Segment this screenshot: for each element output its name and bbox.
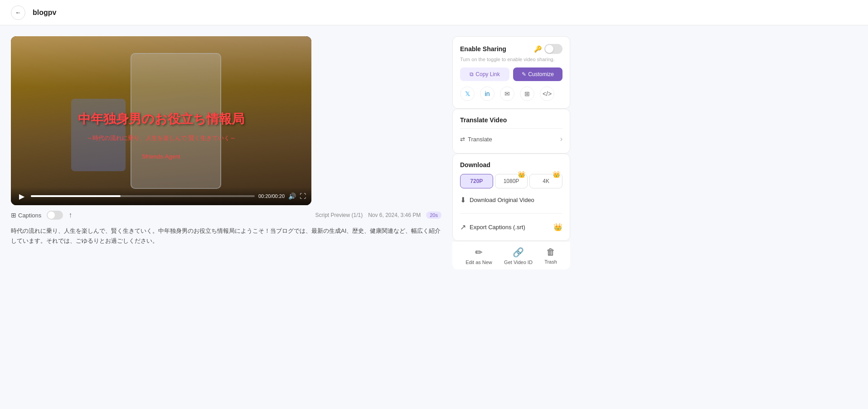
key-icon: 🔑 [534, 45, 542, 53]
right-side: Enable Sharing 🔑 Turn on the toggle to e… [452, 36, 570, 269]
captions-icon: ⊞ [11, 212, 16, 219]
timestamp-label: Nov 6, 2024, 3:46 PM [368, 212, 421, 218]
quality-4k-button[interactable]: 👑 4K [529, 174, 563, 188]
export-crown-icon: 👑 [553, 223, 563, 231]
sharing-title: Enable Sharing [460, 45, 506, 53]
progress-bar[interactable] [31, 195, 255, 197]
time-current: 00:20 [258, 193, 271, 199]
back-icon: ← [15, 9, 21, 16]
fullscreen-button[interactable]: ⛶ [300, 192, 306, 200]
progress-fill [31, 195, 121, 197]
header: ← blogpv [0, 0, 868, 25]
customize-button[interactable]: ✎ Customize [513, 67, 563, 81]
trash-icon: 🗑 [546, 247, 555, 257]
edit-as-new-button[interactable]: ✏ Edit as New [466, 247, 492, 265]
captions-toggle-thumb [48, 212, 55, 219]
customize-label: Customize [528, 71, 554, 77]
linkedin-icon[interactable]: in [480, 87, 495, 101]
download-divider [460, 213, 563, 214]
customize-icon: ✎ [522, 71, 526, 77]
export-icon: ↗ [460, 223, 466, 231]
chevron-right-icon: › [560, 135, 563, 143]
download-card: Download 720P 👑 1080P 👑 4K ⬇ Download Or… [452, 154, 570, 241]
sharing-toggle-group: 🔑 [534, 44, 563, 54]
time-display: 00:20/00:20 [258, 193, 285, 199]
translate-icon: ⇄ [460, 136, 465, 143]
quality-1080p-button[interactable]: 👑 1080P [495, 174, 528, 188]
back-button[interactable]: ← [11, 5, 25, 20]
play-button[interactable]: ▶ [16, 191, 27, 202]
export-captions-row: ↗ Export Captions (.srt) 👑 [460, 221, 563, 233]
translate-label: Translate [468, 136, 492, 143]
translate-row[interactable]: ⇄ Translate › [460, 132, 563, 146]
sharing-header: Enable Sharing 🔑 [460, 44, 563, 54]
sharing-toggle-thumb [545, 45, 553, 53]
get-video-id-label: Get Video ID [504, 260, 533, 265]
captions-toggle[interactable] [47, 211, 63, 220]
get-video-id-button[interactable]: 🔗 Get Video ID [504, 247, 533, 265]
copy-link-button[interactable]: ⧉ Copy Link [460, 67, 509, 81]
page-title: blogpv [33, 9, 56, 17]
captions-bar: ⊞ Captions ↑ Script Preview (1/1) Nov 6,… [11, 206, 441, 224]
quality-720p-button[interactable]: 720P [460, 174, 493, 188]
edit-as-new-label: Edit as New [466, 260, 492, 265]
sharing-subtitle: Turn on the toggle to enable video shari… [460, 57, 563, 62]
download-original-label: Download Original Video [470, 197, 534, 203]
upload-icon[interactable]: ↑ [68, 211, 72, 219]
translate-header: Translate Video [460, 116, 563, 124]
script-text: 時代の流れに乗り、人生を楽しんで、賢く生きていく。中年独身男のお役立ち情報局によ… [11, 226, 441, 246]
trash-label: Trash [544, 259, 557, 265]
download-original-button[interactable]: ⬇ Download Original Video [460, 194, 563, 206]
email-icon[interactable]: ✉ [500, 87, 514, 101]
video-thumbnail: 中年独身男のお役立ち情報局 ～時代の流れに乗り、人生を楽しんで 賢く生きていく～… [11, 36, 311, 205]
captions-label-group: ⊞ Captions [11, 212, 41, 219]
video-id-icon: 🔗 [513, 247, 524, 258]
translate-left-group: ⇄ Translate [460, 136, 492, 143]
twitter-icon[interactable]: 𝕏 [460, 87, 475, 101]
crown-4k-icon: 👑 [553, 171, 560, 178]
translate-card: Translate Video ⇄ Translate › [452, 109, 570, 154]
export-captions-label: Export Captions (.srt) [470, 224, 525, 231]
code-icon[interactable]: </> [540, 87, 554, 101]
translate-divider [460, 128, 563, 129]
video-overlay-sub-text: ～時代の流れに乗り、人生を楽しんで 賢く生きていく～ [87, 134, 236, 142]
captions-text: Captions [18, 212, 41, 219]
sharing-card: Enable Sharing 🔑 Turn on the toggle to e… [452, 36, 570, 109]
duration-badge: 20s [426, 212, 441, 219]
script-preview-label: Script Preview (1/1) [315, 212, 363, 218]
volume-button[interactable]: 🔊 [288, 192, 296, 200]
copy-link-label: Copy Link [475, 71, 499, 77]
video-controls: ▶ 00:20/00:20 🔊 ⛶ [11, 187, 311, 205]
video-overlay-bottom-text: 5friends-Agent [142, 153, 180, 160]
quality-options: 720P 👑 1080P 👑 4K [460, 174, 563, 188]
time-total: 00:20 [272, 193, 285, 199]
sharing-actions: ⧉ Copy Link ✎ Customize [460, 67, 563, 81]
video-overlay-main-text: 中年独身男のお役立ち情報局 [78, 111, 244, 128]
export-captions-button[interactable]: ↗ Export Captions (.srt) [460, 221, 525, 233]
main-content: 中年独身男のお役立ち情報局 ～時代の流れに乗り、人生を楽しんで 賢く生きていく～… [0, 25, 868, 280]
crown-1080p-icon: 👑 [518, 171, 525, 178]
download-header: Download [460, 161, 563, 168]
social-icons-group: 𝕏 in ✉ ⊞ </> [460, 87, 563, 101]
video-section: 中年独身男のお役立ち情報局 ～時代の流れに乗り、人生を楽しんで 賢く生きていく～… [11, 36, 441, 246]
bottom-actions-bar: ✏ Edit as New 🔗 Get Video ID 🗑 Trash [452, 241, 570, 269]
download-actions: ⬇ Download Original Video ↗ Export Capti… [460, 194, 563, 233]
edit-icon: ✏ [475, 247, 483, 258]
trash-button[interactable]: 🗑 Trash [544, 247, 557, 265]
embed-icon[interactable]: ⊞ [520, 87, 534, 101]
sharing-toggle-switch[interactable] [544, 44, 563, 54]
download-icon: ⬇ [460, 196, 466, 204]
copy-link-icon: ⧉ [470, 71, 474, 77]
video-container: 中年独身男のお役立ち情報局 ～時代の流れに乗り、人生を楽しんで 賢く生きていく～… [11, 36, 311, 205]
